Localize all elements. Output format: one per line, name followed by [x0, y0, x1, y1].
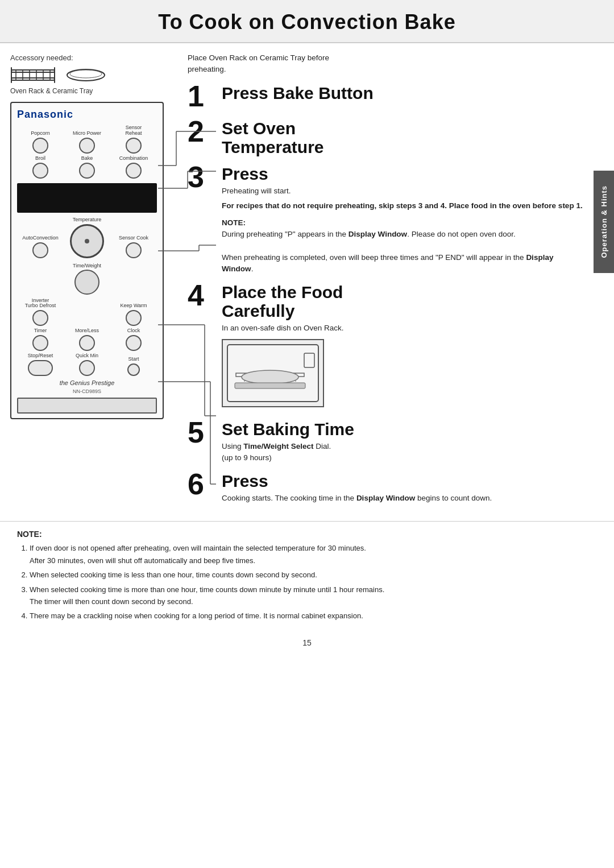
temperature-label: Temperature — [73, 217, 102, 223]
bake-btn-group: Bake — [71, 156, 103, 179]
empty-group — [71, 325, 103, 326]
bottom-note-1: If oven door is not opened after preheat… — [30, 542, 597, 567]
stop-reset-label: Stop/Reset — [28, 353, 53, 359]
step-6-desc: Cooking starts. The cooking time in the … — [222, 493, 586, 504]
step-1-number: 1 — [188, 81, 217, 111]
genius-logo: the Genius Prestige — [17, 379, 157, 386]
step-1-content: Press Bake Button — [222, 84, 586, 102]
panasonic-logo: Panasonic — [17, 109, 157, 121]
auto-convection-group: AutoConvection — [24, 235, 56, 258]
bake-label: Bake — [81, 156, 93, 162]
more-less-button[interactable] — [79, 335, 95, 351]
time-weight-dial[interactable] — [74, 270, 99, 295]
micro-power-button[interactable] — [79, 138, 95, 154]
step-5-content: Set Baking Time Using Time/Weight Select… — [222, 420, 586, 464]
sensor-cook-label: Sensor Cook — [119, 235, 148, 241]
button-row-2: Broil Bake Combination — [17, 156, 157, 179]
more-less-label: More/Less — [75, 328, 99, 334]
step-2-number: 2 — [188, 117, 217, 146]
button-row-4: Inverter Turbo Defrost Keep Warm — [17, 298, 157, 326]
stop-reset-button[interactable] — [28, 360, 53, 376]
sensor-reheat-button[interactable] — [126, 138, 142, 154]
bottom-note-2: When selected cooking time is less than … — [30, 569, 597, 581]
auto-convection-label: AutoConvection — [22, 235, 59, 241]
bottom-note-4: There may be a crackling noise when cook… — [30, 610, 597, 622]
step-5: 5 Set Baking Time Using Time/Weight Sele… — [188, 420, 586, 464]
combination-btn-group: Combination — [118, 156, 150, 179]
turbo-defrost-group: Inverter Turbo Defrost — [24, 298, 56, 326]
turbo-defrost-button[interactable] — [32, 310, 48, 326]
button-row-5: Timer More/Less Clock — [17, 328, 157, 351]
step-2-title: Set OvenTemperature — [222, 119, 586, 156]
combination-label: Combination — [119, 156, 148, 162]
turbo-defrost-label: Inverter Turbo Defrost — [25, 298, 56, 309]
clock-label: Clock — [127, 328, 140, 334]
broil-label: Broil — [35, 156, 45, 162]
svg-point-11 — [70, 70, 102, 78]
button-row-3: AutoConvection Temperature Sensor Cook — [17, 217, 157, 258]
broil-btn-group: Broil — [24, 156, 56, 179]
step-3-bold-line: For recipes that do not require preheati… — [222, 200, 586, 212]
popcorn-button[interactable] — [32, 138, 48, 154]
step-5-desc: Using Time/Weight Select Dial.(up to 9 h… — [222, 441, 586, 464]
step-3-note: NOTE: During preheating "P" appears in t… — [222, 217, 586, 275]
bottom-notes-section: NOTE: If oven door is not opened after p… — [0, 521, 614, 633]
auto-convection-button[interactable] — [32, 242, 48, 258]
bake-button[interactable] — [79, 163, 95, 179]
timer-label: Timer — [34, 328, 47, 334]
start-group: Start — [118, 357, 150, 376]
combination-button[interactable] — [126, 163, 142, 179]
step-4-desc: In an oven-safe dish on Oven Rack. — [222, 323, 586, 334]
step-2: 2 Set OvenTemperature — [188, 119, 586, 156]
sensor-reheat-btn-group: Sensor Reheat — [118, 125, 150, 154]
svg-point-10 — [67, 69, 105, 81]
quick-min-button[interactable] — [79, 360, 95, 376]
start-label: Start — [128, 357, 139, 362]
page-number: 15 — [0, 633, 614, 655]
step-3-content: Press Preheating will start. For recipes… — [222, 164, 586, 275]
step-4-content: Place the FoodCarefully In an oven-safe … — [222, 283, 586, 411]
step-6-content: Press Cooking starts. The cooking time i… — [222, 472, 586, 504]
step-2-content: Set OvenTemperature — [222, 119, 586, 156]
step-4-title: Place the FoodCarefully — [222, 283, 586, 320]
timer-button[interactable] — [32, 335, 48, 351]
svg-rect-1 — [11, 78, 55, 80]
accessory-caption: Oven Rack & Ceramic Tray — [10, 87, 93, 95]
oven-display — [17, 183, 157, 213]
quick-min-group: Quick Min — [71, 353, 103, 376]
bottom-notes-list: If oven door is not opened after preheat… — [17, 542, 597, 622]
step-6-title: Press — [222, 472, 586, 490]
start-button[interactable] — [127, 363, 140, 376]
quick-min-label: Quick Min — [76, 353, 98, 359]
sensor-reheat-label: Sensor Reheat — [118, 125, 150, 137]
step-3: 3 Press Preheating will start. For recip… — [188, 164, 586, 275]
right-panel: Place Oven Rack on Ceramic Tray before p… — [176, 43, 614, 521]
oven-door-handle — [17, 398, 157, 414]
stop-reset-group: Stop/Reset — [24, 353, 56, 376]
clock-button[interactable] — [126, 335, 142, 351]
timer-group: Timer — [24, 328, 56, 351]
keep-warm-button[interactable] — [126, 310, 142, 326]
button-row-1: Popcorn Micro Power Sensor Reheat — [17, 125, 157, 154]
step-1-title: Press Bake Button — [222, 84, 586, 102]
button-row-6: Stop/Reset Quick Min Start — [17, 353, 157, 376]
keep-warm-group: Keep Warm — [118, 303, 150, 326]
broil-button[interactable] — [32, 163, 48, 179]
bottom-note-title: NOTE: — [17, 530, 597, 539]
sensor-cook-group: Sensor Cook — [118, 235, 150, 258]
clock-group: Clock — [118, 328, 150, 351]
sensor-cook-button[interactable] — [126, 242, 142, 258]
step-3-title: Press — [222, 164, 586, 183]
oven-dish-svg — [225, 342, 321, 404]
svg-rect-0 — [11, 70, 55, 72]
step-4: 4 Place the FoodCarefully In an oven-saf… — [188, 283, 586, 411]
oven-diagram: Panasonic Popcorn Micro Power Sensor Reh… — [10, 102, 164, 419]
popcorn-label: Popcorn — [31, 131, 50, 137]
step-4-number: 4 — [188, 280, 217, 310]
oven-dish-image — [222, 339, 324, 407]
temperature-dial[interactable] — [70, 224, 104, 258]
temperature-dial-group: Temperature — [71, 217, 103, 258]
micro-power-btn-group: Micro Power — [71, 131, 103, 154]
svg-point-37 — [242, 370, 298, 384]
step-6: 6 Press Cooking starts. The cooking time… — [188, 472, 586, 504]
